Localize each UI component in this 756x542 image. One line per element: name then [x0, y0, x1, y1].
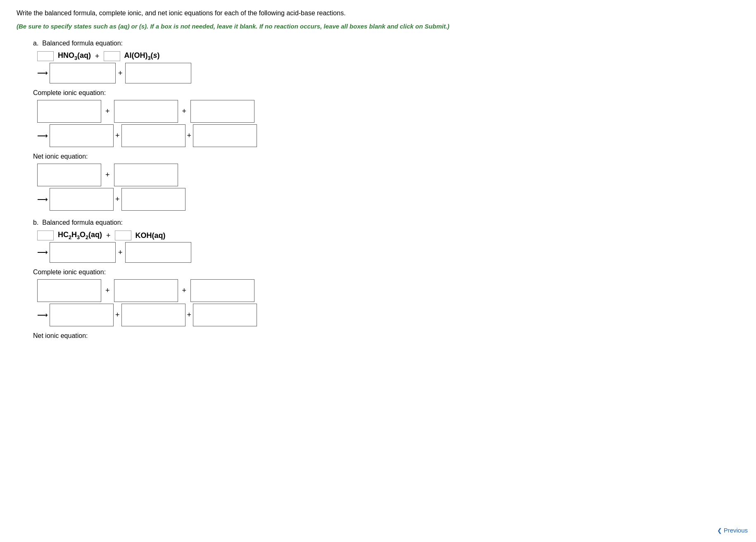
part-a-net-label: Net ionic equation: [33, 153, 739, 160]
part-a-arrow1: ⟶ [37, 69, 48, 78]
part-b-plus1: + [106, 231, 111, 240]
part-a-reactants-row: HNO3(aq) + Al(OH)3(s) [37, 51, 739, 61]
part-a-product2-input[interactable] [125, 63, 191, 83]
part-b-ci-r2-input[interactable] [114, 279, 178, 302]
part-b-complete-label: Complete ionic equation: [33, 269, 739, 276]
part-a-ci-r2-input[interactable] [114, 100, 178, 123]
previous-button[interactable]: ❮ Previous [717, 527, 748, 534]
part-a-ci-r3-input[interactable] [190, 100, 254, 123]
previous-label: Previous [724, 527, 748, 534]
part-a-reactant1: HNO3(aq) [58, 51, 91, 61]
part-b-ci-p1-input[interactable] [50, 304, 114, 326]
part-b-reactants-row: HC2H3O2(aq) + KOH(aq) [37, 231, 739, 240]
part-a-coeff1-input[interactable] [37, 51, 54, 61]
part-b-ci-pplus2: + [187, 311, 192, 319]
part-b-ci-pplus1: + [115, 311, 120, 319]
part-a-product1-input[interactable] [50, 63, 116, 83]
part-b-net-label: Net ionic equation: [33, 332, 739, 340]
part-a-ci-p1-input[interactable] [50, 124, 114, 147]
part-a-product-plus: + [118, 69, 123, 78]
part-b-arrow1: ⟶ [37, 248, 48, 257]
part-b-complete-reactants: + + [37, 279, 739, 302]
part-b-reactant2: KOH(aq) [136, 231, 166, 240]
part-a-balanced-label: Balanced formula equation: [42, 40, 123, 47]
main-instruction: Write the balanced formula, complete ion… [17, 8, 739, 18]
part-b-complete-products: ⟶ + + [37, 304, 739, 326]
part-a-ni-p1-input[interactable] [50, 188, 114, 211]
part-b-ci-arrow: ⟶ [37, 311, 48, 320]
part-b-balanced-products-row: ⟶ + [37, 242, 739, 263]
part-b-ci-r1-input[interactable] [37, 279, 101, 302]
part-a-ni-arrow: ⟶ [37, 195, 48, 204]
part-a-reactant2: Al(OH)3(s) [124, 51, 160, 61]
part-b-ci-p2-input[interactable] [121, 304, 185, 326]
part-a-ni-plus1: + [105, 171, 110, 179]
part-a-ci-plus2: + [182, 107, 187, 116]
part-a-net-products: ⟶ + [37, 188, 739, 211]
part-a-complete-products: ⟶ + + [37, 124, 739, 147]
part-a-ci-r1-input[interactable] [37, 100, 101, 123]
part-b-product-plus: + [118, 248, 123, 257]
part-b-ci-p3-input[interactable] [193, 304, 257, 326]
italic-instruction: (Be sure to specify states such as (aq) … [17, 21, 739, 31]
part-a-ni-r1-input[interactable] [37, 164, 101, 186]
part-a-ci-p2-input[interactable] [121, 124, 185, 147]
part-b-reactant1: HC2H3O2(aq) [58, 231, 102, 240]
part-b-coeff1-input[interactable] [37, 231, 54, 240]
part-b-product1-input[interactable] [50, 242, 116, 263]
part-a-ci-pplus2: + [187, 131, 192, 140]
part-a-ci-arrow: ⟶ [37, 131, 48, 140]
part-b-ci-plus1: + [105, 286, 110, 295]
part-a-section: a. Balanced formula equation: HNO3(aq) +… [33, 40, 739, 340]
part-a-ci-pplus1: + [115, 131, 120, 140]
part-b-balanced-label: Balanced formula equation: [42, 219, 123, 226]
part-b-coeff2-input[interactable] [115, 231, 131, 240]
part-a-complete-label: Complete ionic equation: [33, 89, 739, 97]
part-a-ni-r2-input[interactable] [114, 164, 178, 186]
part-a-ci-plus1: + [105, 107, 110, 116]
part-b-label: b. Balanced formula equation: [33, 219, 739, 226]
part-a-ni-pplus1: + [115, 195, 120, 204]
part-a-net-reactants: + [37, 164, 739, 186]
part-b-product2-input[interactable] [125, 242, 191, 263]
part-a-balanced-products-row: ⟶ + [37, 63, 739, 83]
part-a-plus1: + [95, 52, 100, 61]
part-a-ni-p2-input[interactable] [121, 188, 185, 211]
part-a-ci-p3-input[interactable] [193, 124, 257, 147]
part-b-ci-r3-input[interactable] [190, 279, 254, 302]
part-b-ci-plus2: + [182, 286, 187, 295]
part-a-coeff2-input[interactable] [104, 51, 120, 61]
chevron-left-icon: ❮ [717, 527, 722, 534]
part-a-label: a. Balanced formula equation: [33, 40, 739, 47]
part-a-complete-reactants: + + [37, 100, 739, 123]
